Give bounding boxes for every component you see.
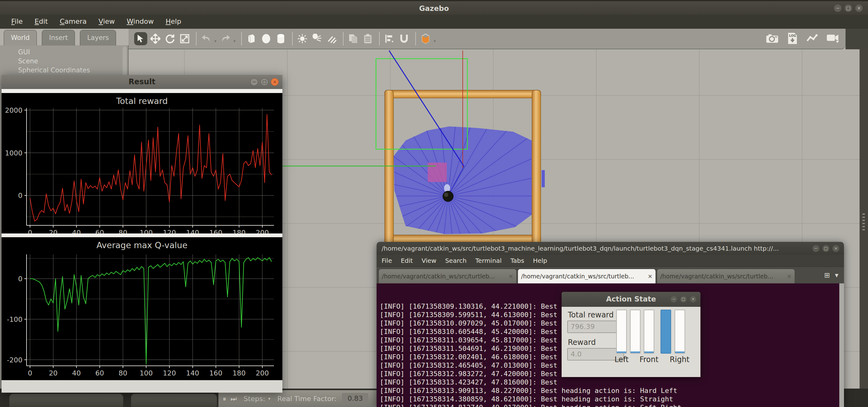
menu-item[interactable]: Help xyxy=(166,18,181,25)
menu-item[interactable]: Terminal xyxy=(475,257,502,266)
menu-item[interactable]: View xyxy=(99,18,115,25)
step-icon[interactable]: ⏭ xyxy=(230,395,237,403)
world-tree-item[interactable]: Scene xyxy=(18,57,128,66)
simulation-arena xyxy=(281,49,558,252)
total-reward-plot: Total reward 020406080100120140160180200… xyxy=(2,93,282,233)
steps-chevron-icon[interactable]: ▾ xyxy=(268,396,271,401)
video-record-icon[interactable] xyxy=(827,32,840,45)
terminal-scrollbar[interactable] xyxy=(839,283,844,407)
result-title-bar[interactable]: Result − □ × xyxy=(2,75,282,89)
translate-tool-button[interactable] xyxy=(149,32,162,45)
maximize-button[interactable]: □ xyxy=(680,296,687,303)
scale-tool-button[interactable] xyxy=(178,32,191,45)
menu-item[interactable]: Window xyxy=(127,18,154,25)
snap-button[interactable] xyxy=(398,32,411,45)
log-line: [INFO] [1671358313.423427, 47.816000]: B… xyxy=(380,378,844,386)
svg-text:LOG: LOG xyxy=(789,34,796,37)
tab-list-chevron-icon[interactable]: ▾ xyxy=(835,271,838,279)
svg-text:180: 180 xyxy=(232,229,246,233)
menu-item[interactable]: File xyxy=(381,257,392,266)
plot-icon[interactable] xyxy=(806,32,819,45)
gazebo-menubar: FileEditCameraViewWindowHelp xyxy=(0,15,868,29)
terminal-title-bar[interactable]: /home/vagrant/catkin_ws/src/turtlebot3_m… xyxy=(377,242,844,255)
close-button[interactable]: × xyxy=(271,78,279,86)
spot-light-button[interactable] xyxy=(310,32,323,45)
svg-text:40: 40 xyxy=(72,369,81,377)
log-record-icon[interactable]: LOG xyxy=(786,32,799,45)
terminal-tab[interactable]: /home/vagrant/catkin_ws/src/turtleb... ✕ xyxy=(378,269,517,283)
turtlebot-robot xyxy=(443,191,453,202)
menu-item[interactable]: Tabs xyxy=(510,257,524,266)
terminal-tab[interactable]: /home/vagrant/catkin_ws/src/turtleb... ✕ xyxy=(518,269,656,283)
rotate-tool-button[interactable] xyxy=(163,32,177,45)
terminal-tab-bar: /home/vagrant/catkin_ws/src/turtleb... ✕… xyxy=(377,267,844,283)
svg-text:0: 0 xyxy=(18,275,23,283)
svg-text:-100: -100 xyxy=(7,316,23,323)
paste-button[interactable] xyxy=(361,32,374,45)
tab-close-icon[interactable]: ✕ xyxy=(648,273,652,280)
insert-cylinder-button[interactable] xyxy=(274,32,287,45)
menu-item[interactable]: File xyxy=(11,18,23,25)
svg-text:100: 100 xyxy=(140,229,153,233)
terminal-tab[interactable]: /home/vagrant/catkin_ws/src/turtleb... ✕ xyxy=(657,269,795,283)
new-tab-icon[interactable]: ⊞ xyxy=(824,271,830,279)
pause-icon[interactable]: ⏸ xyxy=(223,395,226,403)
panel-tab[interactable]: Insert xyxy=(42,30,75,46)
menu-item[interactable]: Search xyxy=(445,257,467,266)
maximize-button[interactable]: □ xyxy=(844,4,852,12)
maximize-button[interactable]: □ xyxy=(260,78,268,86)
goal-marker xyxy=(428,163,447,182)
minimize-button[interactable]: − xyxy=(812,245,819,252)
svg-text:80: 80 xyxy=(119,369,127,377)
svg-text:200: 200 xyxy=(256,229,269,233)
menu-item[interactable]: Help xyxy=(533,257,547,266)
maximize-button[interactable]: □ xyxy=(822,245,830,252)
svg-text:140: 140 xyxy=(186,229,199,233)
terminal-window-title: /home/vagrant/catkin_ws/src/turtlebot3_m… xyxy=(381,245,809,252)
undo-button[interactable] xyxy=(200,32,213,45)
view-angle-button[interactable] xyxy=(419,32,432,45)
minimize-button[interactable]: − xyxy=(250,78,258,86)
view-angle-chevron-icon[interactable]: ▾ xyxy=(434,39,436,43)
tab-close-icon[interactable]: ✕ xyxy=(787,273,792,280)
action-bar-0 xyxy=(616,310,627,354)
copy-button[interactable] xyxy=(347,32,360,45)
menu-item[interactable]: Edit xyxy=(401,257,413,266)
align-button[interactable] xyxy=(383,32,396,45)
tab-close-icon[interactable]: ✕ xyxy=(508,273,513,280)
world-tree-item[interactable]: GUI xyxy=(18,48,128,57)
insert-box-button[interactable] xyxy=(245,32,258,45)
undo-history-chevron-icon[interactable]: ▾ xyxy=(214,39,217,43)
insert-sphere-button[interactable] xyxy=(259,32,273,45)
right-panel-splitter[interactable] xyxy=(860,29,868,407)
svg-text:1000: 1000 xyxy=(5,149,23,157)
panel-tab[interactable]: Layers xyxy=(80,30,116,46)
panel-tab[interactable]: World xyxy=(4,30,37,46)
close-button[interactable]: × xyxy=(855,4,863,12)
window-title: Gazebo xyxy=(0,4,868,12)
svg-text:0: 0 xyxy=(28,369,32,377)
menu-item[interactable]: Edit xyxy=(35,18,48,25)
redo-history-chevron-icon[interactable]: ▾ xyxy=(234,39,236,43)
real-time-factor-label: Real Time Factor: xyxy=(277,395,337,403)
splitter-grip[interactable] xyxy=(862,213,865,232)
point-light-button[interactable] xyxy=(296,32,309,45)
action-state-dialog: Action State − □ × Total reward 796.39 R… xyxy=(562,292,701,377)
svg-text:180: 180 xyxy=(232,369,246,377)
total-reward-field[interactable]: 796.39 xyxy=(567,321,624,333)
redo-button[interactable] xyxy=(219,32,232,45)
screenshot-camera-icon[interactable] xyxy=(766,32,779,45)
svg-text:0: 0 xyxy=(28,229,32,233)
directional-light-button[interactable] xyxy=(325,32,338,45)
menu-item[interactable]: Camera xyxy=(60,18,86,25)
world-tree-item[interactable]: Spherical Coordinates xyxy=(18,66,128,76)
menu-item[interactable]: View xyxy=(422,257,436,266)
total-reward-label: Total reward xyxy=(568,311,614,319)
minimize-button[interactable]: − xyxy=(670,296,677,303)
close-button[interactable]: × xyxy=(689,296,697,303)
log-line: [INFO] [1671358313.909113, 48.227000]: B… xyxy=(380,386,844,395)
minimize-button[interactable]: − xyxy=(834,4,842,12)
close-button[interactable]: × xyxy=(832,245,840,252)
select-tool-button[interactable] xyxy=(134,32,147,45)
action-state-title-bar[interactable]: Action State − □ × xyxy=(562,292,701,307)
